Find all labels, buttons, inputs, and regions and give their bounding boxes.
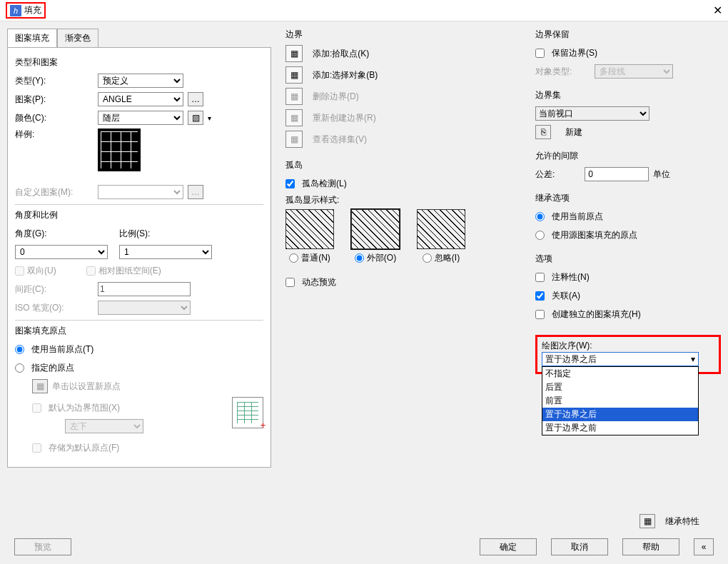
inherit-current-radio[interactable]: 使用当前原点 [535,208,721,224]
angle-select[interactable]: 0 [15,245,108,259]
island-normal-radio[interactable]: 普通(N) [289,252,330,264]
custom-pattern-label: 自定义图案(M): [15,186,93,198]
island-style-label: 孤岛显示样式: [285,194,521,206]
group-inherit: 继承选项 [535,192,721,204]
group-options: 选项 [535,253,721,265]
origin-preview-icon [232,397,263,428]
select-obj-icon[interactable]: ▦ [285,66,303,84]
paperspace-checkbox: 相对图纸空间(E) [86,265,161,277]
ok-button[interactable]: 确定 [480,538,537,555]
obj-type-label: 对象类型: [535,66,572,78]
tolerance-input[interactable] [585,167,649,181]
dd-item-2[interactable]: 前置 [542,394,698,408]
draw-order-select[interactable]: 置于边界之后 [542,352,699,366]
view-selection-label: 查看选择集(V) [313,134,367,146]
recreate-boundary-icon: ▦ [285,109,303,126]
group-boundary-retain: 边界保留 [535,29,721,41]
obj-type-select: 多段线 [595,64,673,79]
inherit-props-label[interactable]: 继承特性 [665,515,699,528]
spacing-input [98,282,191,296]
pattern-label: 图案(P): [15,94,93,106]
inherit-props-icon[interactable]: ▦ [639,514,655,528]
inherit-source-radio[interactable]: 使用源图案填充的原点 [535,227,721,243]
group-gap: 允许的间隙 [535,150,721,162]
add-pick-label[interactable]: 添加:拾取点(K) [313,48,369,60]
draw-order-dropdown-list[interactable]: 不指定 后置 前置 置于边界之后 置于边界之前 [542,366,699,435]
tab-gradient[interactable]: 渐变色 [57,29,98,47]
retain-boundary-checkbox[interactable]: 保留边界(S) [535,45,721,61]
preview-button: 预览 [14,538,71,555]
type-label: 类型(Y): [15,75,93,87]
remove-boundary-icon: ▦ [285,88,303,105]
origin-specify-radio[interactable]: 指定的原点 [15,360,263,376]
view-selection-icon: ▦ [285,131,303,148]
type-select[interactable]: 预定义 [98,74,183,88]
dd-item-0[interactable]: 不指定 [542,367,698,381]
group-boundary: 边界 [285,29,521,41]
iso-label: ISO 笔宽(O): [15,302,93,314]
iso-select [98,301,191,315]
chevron-down-icon: ▾ [208,114,211,122]
new-boundary-icon[interactable]: ⎘ [535,125,551,139]
pattern-sample[interactable] [98,129,141,171]
window-title: 填充 [24,4,41,16]
pick-point-icon[interactable]: ▦ [285,45,303,62]
annotative-checkbox[interactable]: 注释性(N) [535,269,721,285]
set-origin-icon: ▦ [32,379,48,393]
color-label: 颜色(C): [15,112,93,124]
separate-checkbox[interactable]: 创建独立的图案填充(H) [535,306,721,322]
pattern-select[interactable]: ANGLE [98,92,183,106]
island-ignore-radio[interactable]: 忽略(I) [423,252,460,264]
scale-select[interactable]: 1 [119,245,212,259]
dd-item-1[interactable]: 后置 [542,381,698,394]
close-icon[interactable]: ✕ [713,4,722,17]
boundary-set-select[interactable]: 当前视口 [535,106,649,121]
color-swatch-button[interactable]: ▧ [188,111,203,125]
origin-current-radio[interactable]: 使用当前原点(T) [15,341,263,357]
spacing-label: 间距(C): [15,283,93,296]
add-select-label[interactable]: 添加:选择对象(B) [313,69,378,81]
app-icon: h [10,5,21,16]
group-island: 孤岛 [285,159,521,171]
group-boundary-set: 边界集 [535,89,721,101]
tab-hatch[interactable]: 图案填充 [7,29,57,47]
group-angle-scale: 角度和比例 [15,209,263,221]
default-extent-checkbox: 默认为边界范围(X) [32,400,143,416]
color-select[interactable]: 随层 [98,111,183,125]
remove-boundary-label: 删除边界(D) [313,91,359,103]
island-outer-img[interactable] [351,209,400,249]
island-outer-radio[interactable]: 外部(O) [355,252,396,264]
group-type-pattern: 类型和图案 [15,56,263,69]
island-detect-checkbox[interactable]: 孤岛检测(L) [285,176,521,191]
custom-pattern-browse: … [188,185,203,199]
pattern-browse-button[interactable]: … [188,92,203,106]
set-origin-label: 单击以设置新原点 [52,381,121,393]
island-normal-img[interactable] [285,209,334,249]
recreate-boundary-label: 重新创建边界(R) [313,112,376,124]
island-ignore-img[interactable] [417,209,465,249]
cancel-button[interactable]: 取消 [551,538,608,555]
unit-label: 单位 [653,168,670,181]
sample-label: 样例: [15,129,93,141]
angle-label: 角度(G): [15,228,115,240]
dd-item-3[interactable]: 置于边界之后 [542,408,698,421]
tolerance-label: 公差: [535,168,555,181]
dynamic-preview-checkbox[interactable]: 动态预览 [285,274,521,290]
collapse-button[interactable]: « [694,538,714,555]
store-default-checkbox: 存储为默认原点(F) [32,440,263,455]
help-button[interactable]: 帮助 [622,538,679,555]
draw-order-label: 绘图次序(W): [542,340,714,352]
new-boundary-label[interactable]: 新建 [565,126,582,139]
group-origin: 图案填充原点 [15,325,263,337]
scale-label: 比例(S): [119,228,150,240]
custom-pattern-select [98,185,183,199]
assoc-checkbox[interactable]: 关联(A) [535,288,721,303]
dd-item-4[interactable]: 置于边界之前 [542,421,698,435]
bidir-checkbox: 双向(U) [15,265,56,277]
origin-pos-select: 左下 [65,419,143,433]
